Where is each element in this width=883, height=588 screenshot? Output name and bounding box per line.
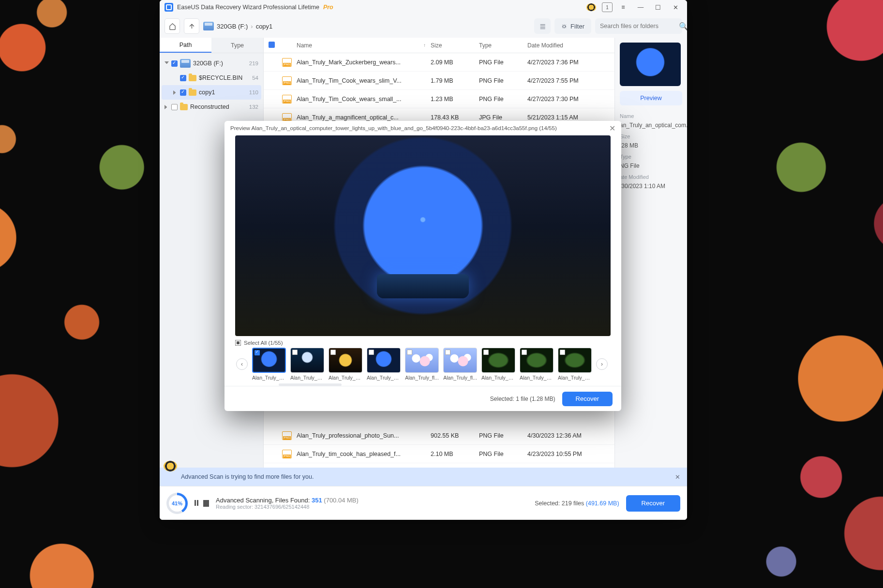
tab-type[interactable]: Type [211, 38, 263, 53]
thumbnail[interactable] [329, 348, 362, 373]
tree-checkbox[interactable] [180, 89, 186, 96]
thumb-checkbox[interactable] [522, 350, 527, 355]
file-icon: PNG [282, 450, 292, 458]
mascot-icon [584, 1, 598, 13]
tree-node[interactable]: $RECYCLE.BIN54 [162, 71, 261, 85]
thumb-checkbox[interactable] [560, 350, 565, 355]
col-date[interactable]: Date Modified [527, 42, 610, 49]
expand-icon[interactable] [173, 90, 178, 95]
strip-next-button[interactable]: › [596, 358, 608, 370]
breadcrumb[interactable]: 320GB (F:) › copy1 [203, 22, 272, 30]
select-all-checkbox[interactable] [235, 340, 241, 346]
file-row[interactable]: PNG Alan_Truly_professional_photo_Sun...… [264, 426, 614, 445]
file-row[interactable]: PNG Alan_Truly_tim_cook_has_pleased_f...… [264, 445, 614, 463]
col-size[interactable]: Size [431, 42, 474, 49]
thumbnail[interactable] [481, 348, 515, 373]
toolbar: 320GB (F:) › copy1 ≣ ⛭ Filter 🔍 [160, 15, 687, 38]
scan-sector: Reading sector: 321437696/625142448 [216, 504, 359, 510]
maximize-button[interactable]: ☐ [651, 1, 665, 13]
detail-date: /30/2023 1:10 AM [620, 183, 682, 190]
pro-badge: Pro [323, 4, 333, 11]
detail-type: NG File [620, 162, 682, 169]
thumbnail[interactable] [290, 348, 324, 373]
file-row[interactable]: PNG Alan_Truly_Tim_Cook_wears_slim_V... … [264, 72, 614, 90]
scan-status: Advanced Scanning, Files Found: 351 (700… [216, 497, 359, 504]
modal-recover-button[interactable]: Recover [562, 392, 613, 406]
pause-button[interactable] [195, 500, 200, 507]
thumb-label: Alan_Truly_a... [290, 375, 324, 381]
file-row[interactable]: PNG Alan_Truly_Mark_Zuckerberg_wears... … [264, 53, 614, 72]
search-input[interactable] [600, 23, 676, 29]
thumb-checkbox[interactable] [369, 350, 374, 355]
thumb-checkbox[interactable] [407, 350, 412, 355]
tab-count-badge[interactable]: 1 [602, 2, 613, 12]
tree-node[interactable]: copy1110 [162, 85, 261, 100]
thumbnail[interactable] [558, 348, 592, 373]
tab-path[interactable]: Path [160, 38, 211, 53]
file-icon: PNG [282, 431, 292, 440]
thumb-checkbox[interactable] [445, 350, 450, 355]
thumb-label: Alan_Truly_fl... [443, 375, 477, 381]
thumb-checkbox[interactable] [292, 350, 298, 355]
thumb-checkbox[interactable] [254, 350, 260, 355]
home-button[interactable] [165, 18, 180, 34]
titlebar: EaseUS Data Recovery Wizard Professional… [160, 0, 687, 15]
folder-icon [189, 75, 196, 81]
list-view-button[interactable]: ≣ [534, 18, 551, 34]
tree-node[interactable]: Reconstructed132 [162, 100, 261, 114]
modal-selection-text: Selected: 1 file (1.28 MB) [490, 396, 555, 402]
thumb-label: Alan_Truly_m... [558, 375, 592, 381]
thumb-checkbox[interactable] [483, 350, 489, 355]
advanced-scan-banner: Advanced Scan is trying to find more fil… [160, 468, 687, 486]
close-button[interactable]: ✕ [669, 1, 682, 13]
breadcrumb-folder[interactable]: copy1 [256, 23, 273, 30]
folder-tree: 320GB (F:)219$RECYCLE.BIN54copy1110Recon… [160, 53, 263, 117]
col-name[interactable]: Name [297, 42, 312, 49]
thumbnail[interactable] [520, 348, 554, 373]
thumb-checkbox[interactable] [330, 350, 336, 355]
banner-text: Advanced Scan is trying to find more fil… [181, 473, 314, 480]
column-headers: Name↑ Size Type Date Modified [264, 38, 614, 53]
file-icon: PNG [282, 58, 292, 67]
file-row[interactable]: PNG DALL-E outpainting generated a p... … [264, 463, 614, 468]
thumb-label: Alan_Truly_a... [252, 375, 286, 381]
detail-thumbnail [620, 43, 681, 86]
stop-button[interactable] [203, 500, 209, 507]
select-all-row[interactable]: Select All (1/55) [235, 336, 611, 348]
filter-button[interactable]: ⛭ Filter [554, 18, 591, 34]
up-button[interactable] [184, 18, 199, 34]
recover-button[interactable]: Recover [626, 495, 680, 512]
filter-icon: ⛭ [561, 23, 568, 30]
thumb-label: Alan_Truly_m... [520, 375, 554, 381]
search-box[interactable]: 🔍 [595, 18, 682, 34]
thumbnail[interactable] [367, 348, 401, 373]
minimize-button[interactable]: — [634, 1, 647, 13]
menu-icon[interactable]: ≡ [616, 1, 630, 13]
thumbnail[interactable] [252, 348, 286, 373]
header-checkbox[interactable] [269, 42, 275, 48]
progress-ring: 41% [166, 493, 188, 514]
tree-checkbox[interactable] [171, 60, 178, 67]
search-icon[interactable]: 🔍 [679, 22, 687, 31]
expand-icon[interactable] [165, 105, 169, 109]
modal-close-button[interactable]: ✕ [609, 124, 615, 133]
tree-checkbox[interactable] [180, 75, 186, 81]
strip-prev-button[interactable]: ‹ [236, 358, 248, 370]
drive-icon [203, 22, 214, 30]
mascot-icon [164, 461, 177, 471]
col-type[interactable]: Type [479, 42, 523, 49]
expand-icon[interactable] [165, 61, 169, 66]
thumb-label: Alan_Truly_fl... [405, 375, 439, 381]
detail-size: .28 MB [620, 142, 682, 149]
drive-icon [180, 59, 191, 68]
breadcrumb-drive[interactable]: 320GB (F:) [217, 23, 248, 30]
tree-checkbox[interactable] [171, 104, 178, 110]
thumbnail[interactable] [405, 348, 439, 373]
file-row[interactable]: PNG Alan_Truly_Tim_Cook_wears_small_... … [264, 90, 614, 108]
banner-close-button[interactable]: ✕ [675, 473, 680, 481]
tree-node[interactable]: 320GB (F:)219 [162, 56, 261, 71]
details-pane: Preview Name an_Truly_an_optical_com... … [614, 38, 687, 468]
preview-button[interactable]: Preview [620, 91, 682, 105]
thumbnail[interactable] [443, 348, 477, 373]
thumb-label: Alan_Truly_m... [481, 375, 515, 381]
